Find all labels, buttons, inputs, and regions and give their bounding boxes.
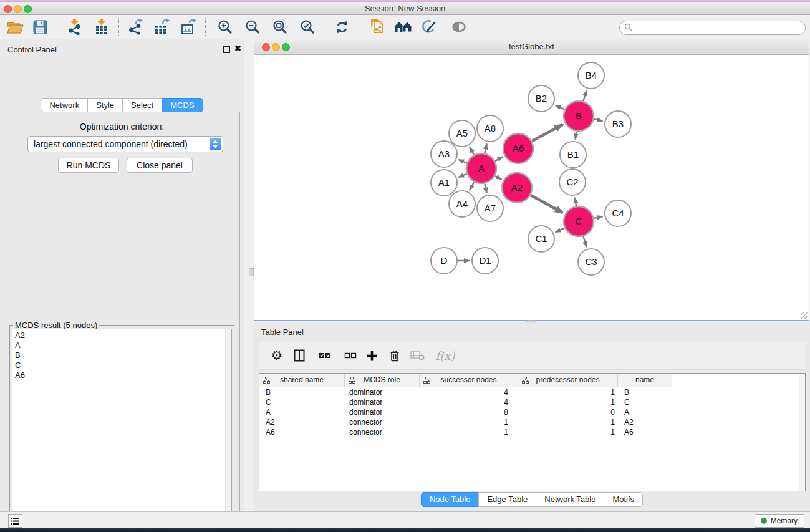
import-table-button[interactable] — [90, 16, 113, 37]
tab-style[interactable]: Style — [87, 98, 123, 112]
close-panel-icon[interactable]: ✖ — [234, 44, 241, 53]
graph-edge-B-B3[interactable] — [594, 119, 602, 121]
optimization-criterion-dropdown[interactable]: largest connected component (directed) — [27, 136, 223, 152]
graph-edge-C-C3[interactable] — [583, 236, 586, 247]
window-resize-grip[interactable] — [801, 312, 808, 319]
table-row[interactable]: Cdominator41C — [259, 397, 805, 407]
show-columns-button[interactable] — [289, 346, 309, 365]
mcds-result-item[interactable]: A — [12, 341, 231, 351]
zoom-in-button[interactable] — [214, 16, 236, 37]
first-neighbors-button[interactable] — [392, 16, 415, 37]
zoom-out-button[interactable] — [241, 16, 264, 37]
graph-node-D1[interactable]: D1 — [472, 248, 498, 274]
refresh-view-button[interactable] — [330, 16, 353, 37]
graph-node-C2[interactable]: C2 — [559, 169, 586, 195]
save-session-button[interactable] — [29, 16, 51, 37]
delete-table-button[interactable] — [408, 346, 428, 365]
table-settings-button[interactable]: ⚙ — [267, 346, 287, 365]
float-panel-icon[interactable] — [223, 46, 230, 53]
graph-edge-A-A1[interactable] — [458, 174, 466, 177]
graph-node-A[interactable]: A — [466, 153, 496, 183]
network-canvas[interactable]: B4B2BB3A8A5A6A3B1AA1C2A2A4A7C4CC1C3DD1 — [254, 55, 809, 320]
graph-edge-A-A7[interactable] — [485, 183, 486, 193]
graph-node-B1[interactable]: B1 — [560, 142, 586, 168]
graph-edge-A-A2[interactable] — [495, 176, 501, 180]
graph-node-A6[interactable]: A6 — [503, 133, 533, 163]
close-panel-button[interactable]: Close panel — [127, 158, 193, 173]
graph-edge-A-A4[interactable] — [470, 182, 474, 190]
graph-node-B4[interactable]: B4 — [578, 62, 604, 89]
graph-edge-A2-C[interactable] — [531, 195, 563, 213]
graph-edge-A-A5[interactable] — [470, 147, 474, 155]
mcds-result-list[interactable]: A2ABCA6 — [12, 329, 232, 532]
column-header-name[interactable]: name — [618, 374, 672, 387]
memory-button[interactable]: Memory — [755, 514, 804, 528]
graph-edge-C-C2[interactable] — [575, 198, 576, 206]
graph-edge-A-A8[interactable] — [485, 143, 486, 153]
export-image-button[interactable] — [178, 16, 200, 37]
tab-select[interactable]: Select — [122, 98, 162, 112]
graph-edge-A-A6[interactable] — [495, 157, 503, 161]
graph-node-C[interactable]: C — [564, 206, 594, 236]
graph-edge-B-B2[interactable] — [556, 105, 565, 110]
import-network-button[interactable] — [64, 16, 86, 37]
delete-columns-button[interactable] — [385, 346, 405, 365]
graph-edge-A6-B[interactable] — [532, 125, 562, 141]
graph-node-A7[interactable]: A7 — [477, 195, 503, 221]
function-builder-button[interactable]: f(x) — [433, 346, 458, 365]
mcds-result-item[interactable]: B — [12, 351, 231, 360]
mcds-result-item[interactable]: C — [12, 360, 231, 370]
graph-node-A2[interactable]: A2 — [502, 173, 532, 203]
graph-node-A8[interactable]: A8 — [477, 115, 503, 142]
graph-edge-C-C4[interactable] — [594, 216, 602, 218]
column-header-shared-name[interactable]: shared name — [259, 374, 345, 387]
graph-node-A5[interactable]: A5 — [449, 120, 475, 147]
graph-node-B2[interactable]: B2 — [528, 85, 554, 112]
hide-selection-button[interactable] — [419, 16, 441, 37]
graph-node-D[interactable]: D — [431, 248, 457, 274]
graph-node-A3[interactable]: A3 — [431, 141, 457, 167]
export-network-button[interactable] — [125, 16, 147, 37]
export-table-button[interactable] — [151, 16, 173, 37]
open-session-button[interactable] — [4, 16, 26, 37]
tab-network[interactable]: Network — [41, 98, 88, 112]
graph-edge-A-A3[interactable] — [458, 160, 466, 163]
graph-edge-C-C1[interactable] — [556, 228, 565, 233]
vertical-splitter-grip[interactable] — [249, 268, 254, 276]
graph-node-B3[interactable]: B3 — [605, 111, 631, 137]
graph-node-B[interactable]: B — [564, 101, 594, 131]
network-window-titlebar[interactable]: testGlobe.txt — [254, 39, 809, 55]
graph-node-A4[interactable]: A4 — [449, 191, 475, 217]
graph-node-C3[interactable]: C3 — [578, 249, 604, 275]
table-row[interactable]: A2connector11A2 — [259, 417, 805, 427]
tab-node-table[interactable]: Node Table — [421, 492, 480, 507]
zoom-selected-button[interactable] — [296, 16, 319, 37]
table-row[interactable]: Adominator80A — [259, 407, 805, 417]
graph-edge-B-B4[interactable] — [583, 90, 586, 101]
column-header-predecessor-nodes[interactable]: predecessor nodes — [518, 374, 618, 387]
new-network-from-selection-button[interactable] — [366, 16, 388, 37]
tab-mcds[interactable]: MCDS — [162, 98, 203, 112]
mcds-result-item[interactable]: A2 — [12, 331, 231, 341]
graph-edge-B-B1[interactable] — [576, 132, 577, 140]
node-table[interactable]: shared nameMCDS rolesuccessor nodesprede… — [259, 373, 806, 491]
zoom-fit-button[interactable] — [269, 16, 291, 37]
graph-node-C4[interactable]: C4 — [605, 200, 631, 226]
table-row[interactable]: Bdominator41B — [259, 387, 805, 397]
column-header-successor-nodes[interactable]: successor nodes — [420, 374, 518, 387]
show-graphics-details-button[interactable] — [448, 16, 470, 37]
add-column-button[interactable] — [362, 346, 382, 365]
unselect-all-columns-button[interactable] — [340, 346, 360, 365]
mcds-result-item[interactable]: A6 — [12, 370, 231, 380]
show-panels-button[interactable] — [8, 514, 22, 528]
list-scrollbar[interactable] — [225, 329, 231, 532]
run-mcds-button[interactable]: Run MCDS — [58, 158, 119, 173]
network-graph[interactable]: B4B2BB3A8A5A6A3B1AA1C2A2A4A7C4CC1C3DD1 — [254, 55, 809, 321]
graph-node-C1[interactable]: C1 — [528, 226, 554, 252]
tab-network-table[interactable]: Network Table — [536, 492, 604, 507]
tab-edge-table[interactable]: Edge Table — [478, 492, 536, 507]
tab-motifs[interactable]: Motifs — [604, 492, 643, 507]
column-header-MCDS-role[interactable]: MCDS role — [345, 374, 420, 387]
table-scrollbar[interactable] — [799, 374, 805, 491]
table-row[interactable]: A6connector11A6 — [259, 427, 805, 437]
